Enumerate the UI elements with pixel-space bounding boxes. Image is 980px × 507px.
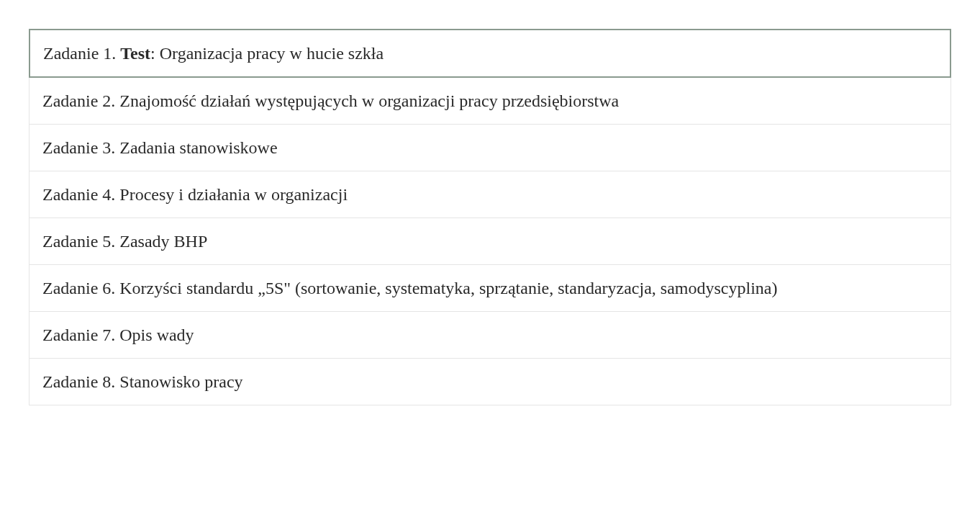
task-item-2[interactable]: Zadanie 2. Znajomość działań występujący… (29, 77, 951, 125)
task-prefix: Zadanie 1. (43, 44, 120, 63)
task-prefix: Zadanie 2. Znajomość działań występujący… (42, 91, 619, 110)
task-prefix: Zadanie 8. Stanowisko pracy (42, 372, 243, 391)
task-prefix: Zadanie 6. Korzyści standardu „5S" (sort… (42, 279, 777, 297)
task-item-8[interactable]: Zadanie 8. Stanowisko pracy (29, 358, 951, 405)
task-rest: : Organizacja pracy w hucie szkła (150, 44, 384, 63)
task-item-4[interactable]: Zadanie 4. Procesy i działania w organiz… (29, 171, 951, 218)
task-item-1[interactable]: Zadanie 1. Test: Organizacja pracy w huc… (29, 29, 951, 78)
task-item-5[interactable]: Zadanie 5. Zasady BHP (29, 217, 951, 265)
task-item-6[interactable]: Zadanie 6. Korzyści standardu „5S" (sort… (29, 264, 951, 312)
task-prefix: Zadanie 4. Procesy i działania w organiz… (42, 185, 348, 204)
task-item-3[interactable]: Zadanie 3. Zadania stanowiskowe (29, 124, 951, 171)
task-bold: Test (120, 44, 150, 63)
task-prefix: Zadanie 7. Opis wady (42, 326, 194, 344)
task-prefix: Zadanie 3. Zadania stanowiskowe (42, 138, 278, 157)
task-prefix: Zadanie 5. Zasady BHP (42, 232, 207, 251)
task-item-7[interactable]: Zadanie 7. Opis wady (29, 311, 951, 359)
task-list: Zadanie 1. Test: Organizacja pracy w huc… (29, 29, 951, 405)
